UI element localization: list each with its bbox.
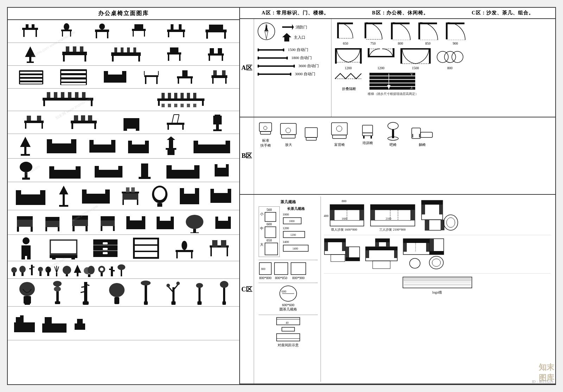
stairs-note: 楼梯（踏步尺寸根据现场层高两定） <box>368 92 553 96</box>
svg-rect-133 <box>71 139 76 150</box>
header-b: B区：办公椅、休闲椅。 <box>372 10 428 16</box>
svg-rect-158 <box>95 175 122 178</box>
svg-rect-40 <box>127 47 130 52</box>
header-c: C区：沙发、茶几、组合。 <box>472 10 533 16</box>
auto-door-3600 <box>257 64 296 69</box>
svg-point-396 <box>264 126 267 130</box>
svg-rect-81 <box>91 101 93 106</box>
svg-point-255 <box>182 241 187 250</box>
svg-rect-18 <box>168 32 169 37</box>
plant-icon-1 <box>37 263 44 277</box>
svg-rect-149 <box>226 141 230 150</box>
svg-rect-481 <box>403 243 407 252</box>
svg-rect-469 <box>331 255 345 262</box>
svg-rect-302 <box>83 301 89 305</box>
svg-rect-86 <box>75 92 78 98</box>
svg-rect-119 <box>182 125 184 130</box>
small-tea-table <box>264 212 277 222</box>
svg-rect-389 <box>369 87 415 90</box>
svg-rect-400 <box>305 128 317 137</box>
compass-icon: N <box>257 22 276 43</box>
svg-rect-88 <box>157 98 204 101</box>
svg-rect-288 <box>113 270 115 271</box>
sofa-3seat-1 <box>46 136 77 157</box>
svg-rect-372 <box>368 48 369 57</box>
svg-rect-266 <box>29 268 31 269</box>
svg-rect-87 <box>82 92 86 98</box>
svg-rect-107 <box>37 116 41 121</box>
svg-rect-170 <box>226 164 229 174</box>
chair-label-highback: 富背椅 <box>330 142 349 147</box>
auto-door-3000 <box>257 72 292 77</box>
svg-rect-52 <box>20 72 42 73</box>
svg-rect-43 <box>168 54 169 61</box>
svg-rect-348 <box>258 73 291 75</box>
svg-rect-491 <box>404 278 471 281</box>
svg-rect-328 <box>45 317 52 323</box>
svg-rect-3 <box>26 24 29 28</box>
conference-table-2 <box>110 45 142 64</box>
lamp-silhouette <box>21 45 39 64</box>
lamp-floor <box>16 136 35 157</box>
svg-rect-210 <box>86 226 88 231</box>
single-chair-1 <box>15 212 34 233</box>
svg-rect-180 <box>82 189 87 201</box>
svg-rect-58 <box>61 75 86 77</box>
svg-rect-371 <box>368 56 394 57</box>
svg-rect-468 <box>346 257 360 261</box>
double-sofa-top: 1600 <box>329 204 365 227</box>
svg-rect-6 <box>62 31 63 37</box>
svg-rect-75 <box>212 78 214 84</box>
chair-label-training: 培训椅 <box>360 141 375 146</box>
bush-icon <box>83 263 95 277</box>
svg-rect-116 <box>136 128 139 131</box>
svg-point-296 <box>54 287 61 291</box>
svg-rect-104 <box>25 123 26 129</box>
svg-rect-260 <box>221 240 226 247</box>
svg-point-262 <box>11 267 17 273</box>
svg-rect-216 <box>126 227 145 229</box>
bar-chair-b <box>386 122 400 141</box>
svg-rect-492 <box>404 282 471 283</box>
svg-rect-115 <box>124 128 127 131</box>
svg-rect-123 <box>213 116 222 124</box>
svg-point-303 <box>109 283 125 297</box>
svg-rect-95 <box>187 93 190 98</box>
furniture-row-sofa2 <box>8 159 239 182</box>
svg-marker-338 <box>282 33 291 41</box>
svg-rect-101 <box>187 104 190 107</box>
svg-rect-413 <box>420 132 432 137</box>
svg-rect-199 <box>17 220 33 227</box>
svg-rect-71 <box>178 78 179 84</box>
floor-lamp-2 <box>55 184 72 208</box>
svg-rect-64 <box>122 71 126 80</box>
svg-rect-190 <box>157 203 162 207</box>
svg-rect-1 <box>23 30 25 37</box>
furniture-row-1 <box>8 20 239 43</box>
svg-rect-67 <box>156 77 158 84</box>
double-door-1200-2 <box>367 47 396 65</box>
svg-rect-162 <box>139 177 151 179</box>
svg-rect-414 <box>412 134 413 137</box>
svg-rect-193 <box>180 188 184 201</box>
svg-rect-114 <box>124 118 139 129</box>
header-a: A区：常用标识、门、楼梯。 <box>261 10 329 16</box>
door-arc-650 <box>334 21 357 40</box>
svg-rect-106 <box>27 116 31 121</box>
svg-rect-368 <box>335 48 362 50</box>
svg-rect-482 <box>426 243 430 252</box>
svg-rect-165 <box>166 165 172 176</box>
svg-rect-456 <box>439 205 443 214</box>
svg-rect-183 <box>122 192 139 193</box>
fire-door-icon <box>282 24 294 31</box>
furniture-row-lounge <box>8 182 239 210</box>
svg-rect-220 <box>157 227 174 229</box>
svg-rect-147 <box>194 150 230 153</box>
svg-point-230 <box>23 237 30 244</box>
svg-rect-24 <box>224 32 226 39</box>
svg-point-460 <box>444 215 458 230</box>
svg-line-120 <box>172 115 174 123</box>
svg-rect-344 <box>286 57 288 59</box>
svg-point-404 <box>336 126 342 131</box>
sofa-top-1: 40 <box>276 317 301 326</box>
